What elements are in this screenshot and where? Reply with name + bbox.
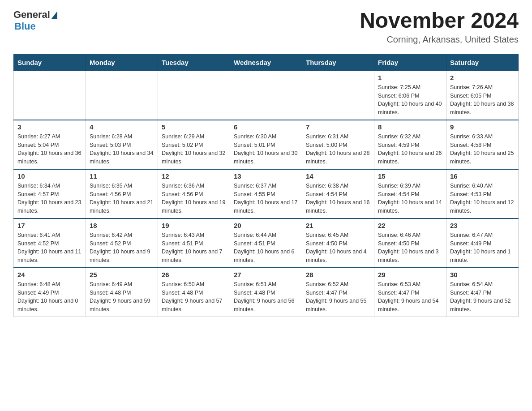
day-number: 9 xyxy=(450,123,515,131)
day-info: Sunrise: 6:50 AM Sunset: 4:48 PM Dayligh… xyxy=(162,280,226,314)
day-number: 5 xyxy=(162,123,226,131)
day-number: 8 xyxy=(378,123,442,131)
logo: General Blue xyxy=(13,9,57,32)
table-row: 14Sunrise: 6:38 AM Sunset: 4:54 PM Dayli… xyxy=(302,169,374,218)
table-row: 27Sunrise: 6:51 AM Sunset: 4:48 PM Dayli… xyxy=(230,268,302,317)
day-number: 22 xyxy=(378,222,442,229)
table-row: 21Sunrise: 6:45 AM Sunset: 4:50 PM Dayli… xyxy=(302,218,374,268)
table-row: 30Sunrise: 6:54 AM Sunset: 4:47 PM Dayli… xyxy=(446,268,519,317)
day-number: 13 xyxy=(234,172,298,180)
table-row: 19Sunrise: 6:43 AM Sunset: 4:51 PM Dayli… xyxy=(158,218,230,268)
col-wednesday: Wednesday xyxy=(230,54,302,71)
col-saturday: Saturday xyxy=(446,54,519,71)
col-monday: Monday xyxy=(86,54,158,71)
day-number: 16 xyxy=(450,172,515,180)
day-number: 4 xyxy=(90,123,154,131)
day-number: 24 xyxy=(17,271,82,278)
table-row: 29Sunrise: 6:53 AM Sunset: 4:47 PM Dayli… xyxy=(374,268,446,317)
calendar-title: November 2024 xyxy=(360,9,519,33)
day-info: Sunrise: 7:26 AM Sunset: 6:05 PM Dayligh… xyxy=(450,83,515,117)
table-row: 9Sunrise: 6:33 AM Sunset: 4:58 PM Daylig… xyxy=(446,120,519,169)
table-row: 3Sunrise: 6:27 AM Sunset: 5:04 PM Daylig… xyxy=(14,120,86,169)
day-number: 2 xyxy=(450,74,515,81)
day-number: 6 xyxy=(234,123,298,131)
day-number: 12 xyxy=(162,172,226,180)
table-row: 7Sunrise: 6:31 AM Sunset: 5:00 PM Daylig… xyxy=(302,120,374,169)
day-info: Sunrise: 6:34 AM Sunset: 4:57 PM Dayligh… xyxy=(17,182,82,215)
table-row: 28Sunrise: 6:52 AM Sunset: 4:47 PM Dayli… xyxy=(302,268,374,317)
day-info: Sunrise: 6:27 AM Sunset: 5:04 PM Dayligh… xyxy=(17,133,82,166)
day-number: 15 xyxy=(378,172,442,180)
day-info: Sunrise: 6:45 AM Sunset: 4:50 PM Dayligh… xyxy=(306,231,370,265)
table-row xyxy=(158,71,230,120)
day-number: 17 xyxy=(17,222,82,229)
table-row: 1Sunrise: 7:25 AM Sunset: 6:06 PM Daylig… xyxy=(374,71,446,120)
day-number: 1 xyxy=(378,74,442,81)
day-info: Sunrise: 6:49 AM Sunset: 4:48 PM Dayligh… xyxy=(90,280,154,314)
table-row: 26Sunrise: 6:50 AM Sunset: 4:48 PM Dayli… xyxy=(158,268,230,317)
day-number: 10 xyxy=(17,172,82,180)
day-number: 11 xyxy=(90,172,154,180)
day-number: 23 xyxy=(450,222,515,229)
day-info: Sunrise: 6:39 AM Sunset: 4:54 PM Dayligh… xyxy=(378,182,442,215)
day-number: 3 xyxy=(17,123,82,131)
calendar-week-row: 24Sunrise: 6:48 AM Sunset: 4:49 PM Dayli… xyxy=(14,268,519,317)
calendar-header-row: Sunday Monday Tuesday Wednesday Thursday… xyxy=(14,54,519,71)
day-info: Sunrise: 6:30 AM Sunset: 5:01 PM Dayligh… xyxy=(234,133,298,166)
day-info: Sunrise: 7:25 AM Sunset: 6:06 PM Dayligh… xyxy=(378,83,442,117)
day-info: Sunrise: 6:36 AM Sunset: 4:56 PM Dayligh… xyxy=(162,182,226,215)
day-info: Sunrise: 6:40 AM Sunset: 4:53 PM Dayligh… xyxy=(450,182,515,215)
day-info: Sunrise: 6:53 AM Sunset: 4:47 PM Dayligh… xyxy=(378,280,442,314)
col-sunday: Sunday xyxy=(14,54,86,71)
table-row: 5Sunrise: 6:29 AM Sunset: 5:02 PM Daylig… xyxy=(158,120,230,169)
col-friday: Friday xyxy=(374,54,446,71)
table-row xyxy=(86,71,158,120)
day-info: Sunrise: 6:46 AM Sunset: 4:50 PM Dayligh… xyxy=(378,231,442,265)
day-number: 20 xyxy=(234,222,298,229)
table-row xyxy=(14,71,86,120)
calendar-week-row: 3Sunrise: 6:27 AM Sunset: 5:04 PM Daylig… xyxy=(14,120,519,169)
day-info: Sunrise: 6:38 AM Sunset: 4:54 PM Dayligh… xyxy=(306,182,370,215)
logo-general-text: General xyxy=(13,9,50,21)
day-info: Sunrise: 6:28 AM Sunset: 5:03 PM Dayligh… xyxy=(90,133,154,166)
day-info: Sunrise: 6:37 AM Sunset: 4:55 PM Dayligh… xyxy=(234,182,298,215)
table-row: 23Sunrise: 6:47 AM Sunset: 4:49 PM Dayli… xyxy=(446,218,519,268)
day-number: 19 xyxy=(162,222,226,229)
table-row: 11Sunrise: 6:35 AM Sunset: 4:56 PM Dayli… xyxy=(86,169,158,218)
day-info: Sunrise: 6:33 AM Sunset: 4:58 PM Dayligh… xyxy=(450,133,515,166)
calendar-week-row: 17Sunrise: 6:41 AM Sunset: 4:52 PM Dayli… xyxy=(14,218,519,268)
table-row: 24Sunrise: 6:48 AM Sunset: 4:49 PM Dayli… xyxy=(14,268,86,317)
day-info: Sunrise: 6:47 AM Sunset: 4:49 PM Dayligh… xyxy=(450,231,515,265)
table-row: 15Sunrise: 6:39 AM Sunset: 4:54 PM Dayli… xyxy=(374,169,446,218)
table-row: 13Sunrise: 6:37 AM Sunset: 4:55 PM Dayli… xyxy=(230,169,302,218)
table-row: 25Sunrise: 6:49 AM Sunset: 4:48 PM Dayli… xyxy=(86,268,158,317)
table-row: 22Sunrise: 6:46 AM Sunset: 4:50 PM Dayli… xyxy=(374,218,446,268)
table-row: 4Sunrise: 6:28 AM Sunset: 5:03 PM Daylig… xyxy=(86,120,158,169)
day-info: Sunrise: 6:48 AM Sunset: 4:49 PM Dayligh… xyxy=(17,280,82,314)
day-number: 21 xyxy=(306,222,370,229)
table-row: 20Sunrise: 6:44 AM Sunset: 4:51 PM Dayli… xyxy=(230,218,302,268)
day-number: 14 xyxy=(306,172,370,180)
day-info: Sunrise: 6:32 AM Sunset: 4:59 PM Dayligh… xyxy=(378,133,442,166)
table-row xyxy=(302,71,374,120)
calendar-week-row: 1Sunrise: 7:25 AM Sunset: 6:06 PM Daylig… xyxy=(14,71,519,120)
calendar-table: Sunday Monday Tuesday Wednesday Thursday… xyxy=(13,54,519,317)
day-number: 29 xyxy=(378,271,442,278)
col-tuesday: Tuesday xyxy=(158,54,230,71)
page-header: General Blue November 2024 Corning, Arka… xyxy=(13,9,519,45)
table-row xyxy=(230,71,302,120)
day-number: 26 xyxy=(162,271,226,278)
table-row: 12Sunrise: 6:36 AM Sunset: 4:56 PM Dayli… xyxy=(158,169,230,218)
day-info: Sunrise: 6:44 AM Sunset: 4:51 PM Dayligh… xyxy=(234,231,298,265)
day-info: Sunrise: 6:51 AM Sunset: 4:48 PM Dayligh… xyxy=(234,280,298,314)
day-info: Sunrise: 6:29 AM Sunset: 5:02 PM Dayligh… xyxy=(162,133,226,166)
day-info: Sunrise: 6:52 AM Sunset: 4:47 PM Dayligh… xyxy=(306,280,370,314)
day-number: 7 xyxy=(306,123,370,131)
day-number: 27 xyxy=(234,271,298,278)
table-row: 17Sunrise: 6:41 AM Sunset: 4:52 PM Dayli… xyxy=(14,218,86,268)
day-info: Sunrise: 6:31 AM Sunset: 5:00 PM Dayligh… xyxy=(306,133,370,166)
logo-triangle-icon xyxy=(51,11,57,19)
table-row: 16Sunrise: 6:40 AM Sunset: 4:53 PM Dayli… xyxy=(446,169,519,218)
table-row: 2Sunrise: 7:26 AM Sunset: 6:05 PM Daylig… xyxy=(446,71,519,120)
day-info: Sunrise: 6:42 AM Sunset: 4:52 PM Dayligh… xyxy=(90,231,154,265)
